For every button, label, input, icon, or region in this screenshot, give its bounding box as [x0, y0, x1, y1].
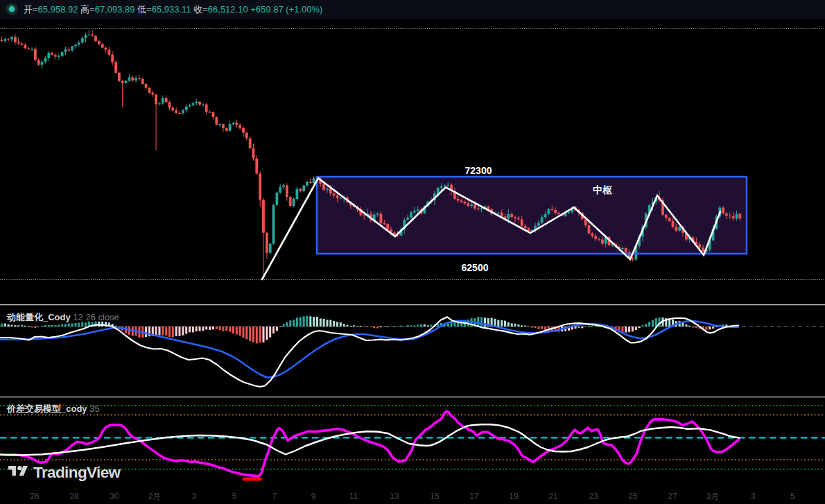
- svg-text:9: 9: [311, 492, 316, 501]
- svg-text:3月: 3月: [706, 492, 720, 501]
- svg-text:11: 11: [349, 492, 358, 501]
- svg-text:25: 25: [628, 492, 638, 501]
- svg-text:动能量化_Cody 12 26 close: 动能量化_Cody 12 26 close: [6, 312, 119, 322]
- svg-text:7: 7: [272, 492, 277, 501]
- svg-text:17: 17: [469, 492, 479, 501]
- svg-text:13: 13: [390, 492, 399, 501]
- svg-text:开=65,958.92 高=67,093.89 低=65,9: 开=65,958.92 高=67,093.89 低=65,933.11 收=66…: [24, 4, 322, 15]
- svg-text:23: 23: [589, 492, 598, 501]
- svg-text:TradingView: TradingView: [33, 464, 121, 481]
- svg-text:26: 26: [30, 492, 40, 501]
- svg-text:19: 19: [509, 492, 519, 501]
- svg-text:27: 27: [668, 492, 677, 501]
- svg-text:5: 5: [232, 492, 237, 501]
- svg-text:30: 30: [110, 492, 119, 501]
- svg-text:价差交易模型_cody 35: 价差交易模型_cody 35: [6, 403, 100, 414]
- svg-text:72300: 72300: [465, 165, 492, 176]
- svg-text:中枢: 中枢: [593, 184, 612, 195]
- svg-text:5: 5: [790, 492, 795, 501]
- svg-text:2月: 2月: [148, 492, 162, 501]
- svg-text:62500: 62500: [462, 262, 489, 273]
- svg-text:3: 3: [751, 492, 756, 501]
- svg-text:28: 28: [69, 492, 79, 501]
- svg-text:21: 21: [548, 492, 558, 501]
- svg-text:15: 15: [430, 492, 440, 501]
- svg-text:3: 3: [192, 492, 197, 501]
